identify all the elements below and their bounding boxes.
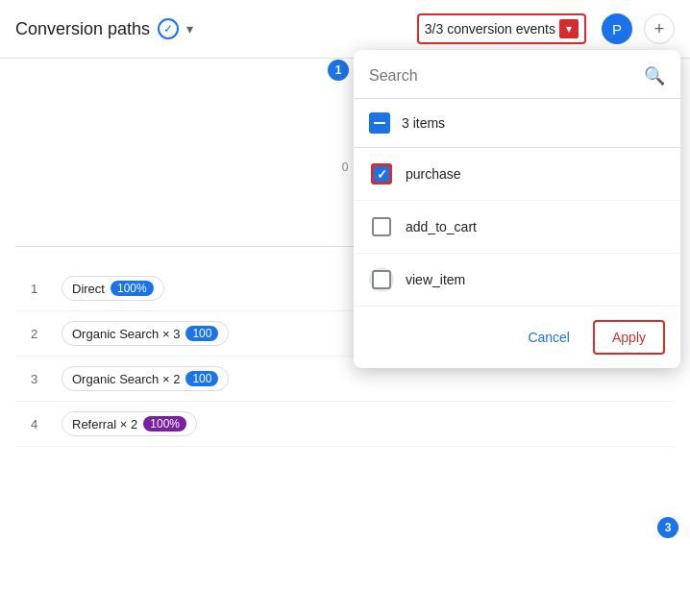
item-label-purchase: purchase — [406, 166, 461, 182]
search-input[interactable] — [369, 67, 636, 85]
avatar: P — [602, 13, 632, 44]
conversion-events-label: 3/3 conversion events — [425, 21, 555, 37]
page-title: Conversion paths — [15, 19, 150, 39]
items-label: 3 items — [402, 115, 445, 131]
conversion-events-arrow: ▾ — [559, 19, 579, 38]
channel-badge: 100 — [185, 371, 218, 386]
dropdown-item-purchase[interactable]: ✓ purchase — [354, 148, 680, 201]
step-badge-1: 1 — [328, 60, 349, 81]
checkbox-view-item — [372, 270, 391, 289]
add-button[interactable]: + — [644, 13, 675, 44]
checkbox-wrapper-highlighted — [369, 267, 394, 292]
channel-name: Organic Search × 2 — [72, 372, 180, 386]
footer-actions: Cancel Apply — [354, 307, 680, 368]
dropdown-panel: 🔍 3 items ✓ purchase add_to_cart — [354, 50, 680, 368]
channel-chip: Referral × 2 100% — [62, 411, 197, 436]
search-icon: 🔍 — [644, 65, 665, 86]
search-bar: 🔍 — [354, 50, 680, 99]
title-dropdown-arrow[interactable]: ▾ — [186, 21, 193, 37]
channel-name: Referral × 2 — [72, 417, 137, 431]
row-number: 3 — [31, 372, 50, 386]
checkbox-wrapper — [369, 214, 394, 239]
channel-chip: Organic Search × 2 100 — [62, 366, 229, 391]
channel-name: Organic Search × 3 — [72, 327, 180, 341]
zero-label: 0 — [342, 160, 349, 174]
channel-badge: 100% — [143, 416, 186, 431]
conversion-events-button[interactable]: 3/3 conversion events ▾ — [417, 13, 586, 44]
items-row: 3 items — [354, 99, 680, 148]
check-circle-icon: ✓ — [158, 18, 179, 39]
channel-name: Direct — [72, 282, 105, 296]
apply-button[interactable]: Apply — [593, 320, 665, 355]
check-icon: ✓ — [377, 167, 387, 182]
row-number: 2 — [31, 327, 50, 341]
channel-badge: 100% — [111, 281, 154, 296]
step-badge-3: 3 — [657, 517, 678, 538]
item-label-add-to-cart: add_to_cart — [406, 219, 477, 234]
item-label-view-item: view_item — [406, 272, 465, 287]
row-number: 4 — [31, 417, 50, 431]
row-number: 1 — [31, 282, 50, 296]
dropdown-item-view-item[interactable]: view_item — [354, 254, 680, 307]
minus-icon — [369, 112, 390, 134]
channel-badge: 100 — [185, 326, 218, 341]
dropdown-item-add-to-cart[interactable]: add_to_cart — [354, 201, 680, 254]
channel-chip: Organic Search × 3 100 — [62, 321, 229, 346]
table-row: 4 Referral × 2 100% — [15, 402, 675, 447]
channel-chip: Direct 100% — [62, 276, 164, 301]
checkbox-add-to-cart — [372, 217, 391, 236]
cancel-button[interactable]: Cancel — [512, 322, 585, 353]
